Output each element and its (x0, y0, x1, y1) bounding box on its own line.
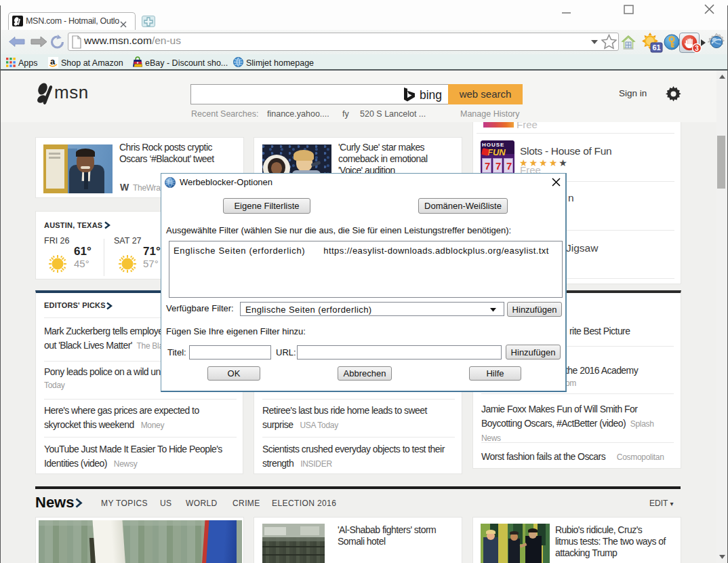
svg-text:61: 61 (652, 43, 660, 52)
svg-text:3: 3 (695, 45, 699, 52)
